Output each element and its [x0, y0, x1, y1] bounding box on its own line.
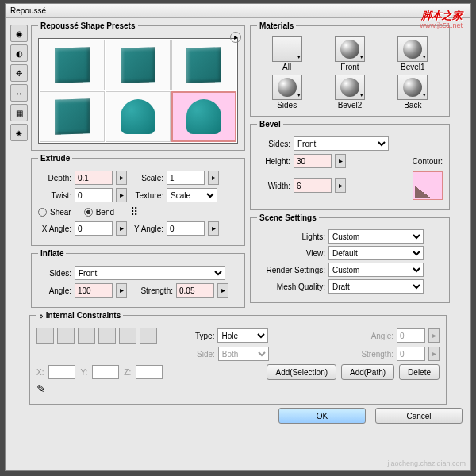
tool-mesh-icon[interactable]: ◈	[10, 124, 28, 141]
mesh-label: Mesh Quality:	[257, 282, 325, 291]
add-selection-button[interactable]: Add(Selection)	[267, 364, 336, 380]
inflate-strength-stepper[interactable]: ▸	[217, 283, 228, 298]
inflate-strength-input[interactable]	[176, 283, 214, 298]
materials-group: Materials ▾All ▾Front ▾Bevel1 ▾Sides ▾Be…	[250, 21, 450, 117]
ic-angle-label: Angle:	[371, 332, 393, 340]
presets-legend: Repoussé Shape Presets	[38, 21, 138, 30]
bevel-width-input[interactable]	[294, 178, 332, 193]
lights-select[interactable]: Custom	[328, 229, 424, 244]
bend-label: Bend	[96, 208, 114, 217]
texture-select[interactable]: Scale	[167, 188, 217, 202]
extrude-legend: Extrude	[38, 154, 72, 163]
ic-strength-input	[397, 347, 425, 361]
shear-radio[interactable]	[38, 208, 47, 217]
bevel-height-stepper[interactable]: ▸	[335, 154, 346, 168]
scale-input[interactable]	[167, 171, 205, 185]
bevel-width-stepper[interactable]: ▸	[335, 178, 346, 193]
tool-roll-icon[interactable]: ◐	[10, 44, 28, 62]
material-sides[interactable]: ▾	[272, 75, 302, 100]
delete-button[interactable]: Delete	[399, 364, 440, 380]
material-bevel1[interactable]: ▾	[397, 36, 428, 62]
preset-4[interactable]	[40, 91, 105, 142]
inflate-angle-stepper[interactable]: ▸	[116, 283, 127, 298]
depth-stepper[interactable]: ▸	[116, 171, 127, 185]
ic-y-label: Y:	[80, 368, 87, 377]
tool-slide-icon[interactable]: ↔	[10, 84, 28, 102]
ok-button[interactable]: OK	[278, 408, 366, 424]
contour-picker[interactable]	[413, 171, 443, 200]
ic-tool-2[interactable]	[57, 328, 75, 344]
preset-2[interactable]	[106, 40, 171, 90]
ic-type-label: Type:	[195, 332, 214, 340]
ic-type-select[interactable]: Hole	[217, 328, 268, 343]
bevel-sides-select[interactable]: Front	[294, 136, 389, 151]
ic-strength-label: Strength:	[361, 350, 393, 359]
render-label: Render Settings:	[257, 266, 325, 274]
ic-x-label: X:	[36, 368, 44, 377]
preset-3[interactable]	[171, 40, 236, 90]
watermark-footer: jiaocheng.chazidian.com	[387, 459, 466, 467]
ic-tool-3[interactable]	[78, 328, 95, 344]
ic-expand-icon[interactable]: ⬨	[39, 311, 44, 320]
tool-scale-icon[interactable]: ▦	[10, 104, 28, 121]
bend-radio[interactable]	[84, 208, 93, 217]
bevel-height-label: Height:	[257, 157, 290, 166]
texture-label: Texture:	[130, 191, 163, 200]
watermark-url: www.jb51.net	[420, 21, 463, 29]
bevel-legend: Bevel	[257, 120, 283, 129]
scale-stepper[interactable]: ▸	[208, 171, 219, 185]
depth-label: Depth:	[38, 174, 71, 182]
inflate-angle-label: Angle:	[38, 286, 71, 295]
bevel-width-label: Width:	[257, 182, 290, 190]
mesh-select[interactable]: Draft	[328, 279, 424, 294]
ic-x-input	[48, 365, 75, 379]
add-path-button[interactable]: Add(Path)	[341, 364, 394, 380]
yangle-stepper[interactable]: ▸	[208, 221, 219, 236]
presets-grid	[38, 38, 238, 144]
ic-tool-6[interactable]	[140, 328, 157, 344]
extrude-group: Extrude Depth: ▸ Scale: ▸ Twist: ▸ Textu…	[31, 154, 245, 246]
ic-tool-4[interactable]	[98, 328, 116, 344]
bevel-height-input[interactable]	[294, 154, 332, 168]
twist-label: Twist:	[38, 191, 71, 200]
ic-angle-stepper: ▸	[428, 328, 440, 343]
material-back[interactable]: ▾	[397, 75, 428, 100]
ic-tool-1[interactable]	[36, 328, 54, 344]
ic-angle-input	[397, 328, 425, 343]
twist-input[interactable]	[75, 188, 113, 202]
tool-pan-icon[interactable]: ✥	[10, 64, 28, 82]
material-front[interactable]: ▾	[335, 36, 365, 62]
yangle-input[interactable]	[167, 221, 205, 236]
cancel-button[interactable]: Cancel	[375, 408, 463, 424]
inflate-sides-select[interactable]: Front	[75, 266, 225, 280]
ic-tool-5[interactable]	[119, 328, 136, 344]
tool-rotate-icon[interactable]: ◉	[10, 25, 28, 42]
tool-column: ◉ ◐ ✥ ↔ ▦ ◈	[9, 21, 31, 308]
material-all[interactable]: ▾	[272, 36, 302, 62]
material-bevel2-label: Bevel2	[338, 101, 363, 109]
preset-5[interactable]	[106, 91, 171, 142]
eraser-icon[interactable]: ✎	[36, 382, 46, 395]
twist-stepper[interactable]: ▸	[116, 188, 127, 202]
view-select[interactable]: Default	[328, 246, 424, 260]
materials-legend: Materials	[257, 21, 296, 30]
inflate-angle-input[interactable]	[75, 283, 113, 298]
grid-icon[interactable]: ⠿	[130, 205, 138, 218]
presets-flyout-icon[interactable]: ▸	[230, 32, 241, 43]
shape-presets-group: Repoussé Shape Presets ▸	[31, 21, 245, 151]
inflate-strength-label: Strength:	[130, 286, 173, 295]
inflate-sides-label: Sides:	[38, 269, 71, 278]
ic-legend: Internal Constraints	[46, 311, 121, 320]
material-front-label: Front	[340, 63, 359, 71]
render-select[interactable]: Custom	[328, 263, 424, 277]
xangle-input[interactable]	[75, 221, 113, 236]
preset-1[interactable]	[40, 40, 105, 90]
material-back-label: Back	[404, 101, 421, 109]
ic-z-input	[136, 365, 163, 379]
preset-6-selected[interactable]	[171, 91, 236, 142]
depth-input[interactable]	[75, 171, 113, 185]
material-bevel2[interactable]: ▾	[335, 75, 365, 100]
bevel-sides-label: Sides:	[257, 140, 290, 148]
xangle-stepper[interactable]: ▸	[116, 221, 127, 236]
view-label: View:	[257, 249, 325, 258]
